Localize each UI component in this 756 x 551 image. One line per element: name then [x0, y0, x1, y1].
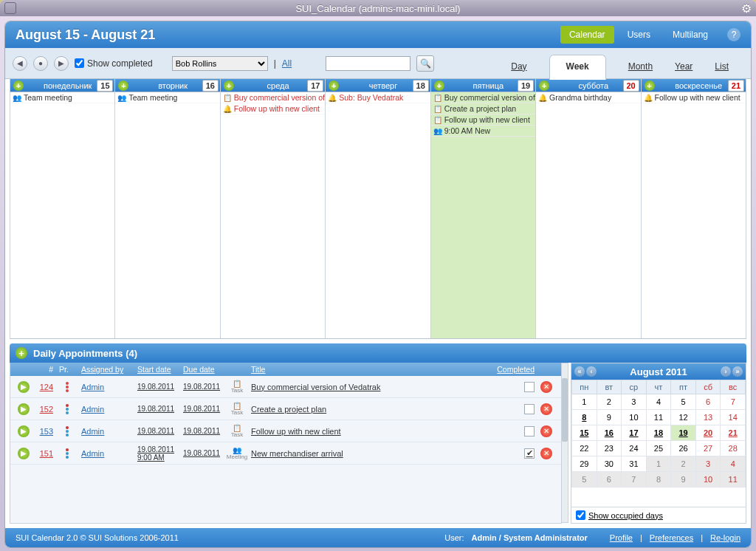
delete-row-button[interactable]: ✕ — [540, 381, 552, 393]
minical-day[interactable]: 18 — [646, 425, 671, 441]
minical-day[interactable]: 9 — [597, 410, 622, 425]
assigned-by-link[interactable]: Admin — [81, 383, 104, 391]
minical-day[interactable]: 9 — [671, 472, 696, 487]
nav-prev-button[interactable]: ◀ — [13, 56, 27, 71]
day-body[interactable]: 👥Team meeting — [10, 92, 114, 338]
assigned-by-link[interactable]: Admin — [81, 405, 104, 414]
search-input[interactable] — [326, 56, 410, 71]
minical-day[interactable]: 10 — [695, 472, 721, 487]
minical-next-month[interactable]: › — [721, 366, 731, 377]
view-day[interactable]: Day — [511, 61, 526, 79]
minical-day[interactable]: 6 — [695, 394, 721, 410]
user-select[interactable]: Bob Rollins — [172, 56, 268, 71]
completed-checkbox[interactable] — [524, 382, 535, 392]
day-number[interactable]: 21 — [728, 80, 744, 92]
open-row-button[interactable]: ▶ — [18, 403, 30, 415]
completed-checkbox[interactable] — [524, 404, 535, 414]
gear-icon[interactable]: ⚙ — [741, 1, 752, 16]
calendar-event[interactable]: 👥Team meeting — [115, 92, 219, 103]
minical-day[interactable]: 30 — [597, 456, 622, 472]
completed-checkbox[interactable]: ✔ — [524, 448, 535, 459]
view-week[interactable]: Week — [549, 55, 606, 80]
calendar-event[interactable]: 📋Follow up with new client — [431, 114, 535, 126]
show-occupied-checkbox[interactable]: Show occupied days — [571, 507, 746, 523]
day-body[interactable]: 👥Team meeting — [115, 92, 219, 338]
tab-users[interactable]: Users — [619, 26, 659, 44]
delete-row-button[interactable]: ✕ — [540, 425, 552, 437]
minical-day[interactable]: 21 — [721, 425, 746, 441]
add-event-button[interactable]: + — [645, 81, 655, 91]
row-number-link[interactable]: 124 — [40, 383, 53, 391]
minical-day[interactable]: 13 — [695, 410, 721, 425]
minical-day[interactable]: 11 — [721, 472, 746, 487]
open-row-button[interactable]: ▶ — [18, 448, 30, 459]
view-list[interactable]: List — [715, 61, 729, 79]
minical-day[interactable]: 16 — [597, 425, 622, 441]
row-number-link[interactable]: 152 — [40, 405, 53, 414]
footer-preferences-link[interactable]: Preferences — [650, 533, 693, 542]
help-icon[interactable]: ? — [727, 28, 740, 41]
add-appointment-button[interactable]: + — [16, 347, 27, 359]
nav-today-button[interactable]: ● — [33, 56, 48, 71]
minical-day[interactable]: 3 — [695, 456, 721, 472]
minical-day[interactable]: 2 — [597, 394, 622, 410]
appointment-row[interactable]: ▶ 124 Admin 19.08.2011 19.08.2011 📋Task … — [10, 376, 561, 398]
day-body[interactable]: 🔔Sub: Buy Vedatrak — [326, 92, 430, 338]
minical-day[interactable]: 3 — [622, 394, 647, 410]
minical-day[interactable]: 4 — [646, 394, 671, 410]
open-row-button[interactable]: ▶ — [18, 381, 30, 393]
show-completed-checkbox[interactable]: Show completed — [75, 58, 153, 69]
minical-day[interactable]: 28 — [721, 441, 746, 456]
minical-prev-year[interactable]: « — [574, 366, 585, 377]
scrollbar[interactable] — [561, 363, 568, 523]
minical-day[interactable]: 5 — [572, 472, 597, 487]
view-year[interactable]: Year — [675, 61, 693, 79]
minical-day[interactable]: 8 — [572, 410, 597, 425]
completed-checkbox[interactable] — [524, 426, 535, 437]
minical-day[interactable]: 19 — [671, 425, 696, 441]
appointment-row[interactable]: ▶ 152 Admin 19.08.2011 19.08.2011 📋Task … — [10, 398, 561, 420]
minical-day[interactable]: 26 — [671, 441, 696, 456]
minical-day[interactable]: 12 — [671, 410, 696, 425]
minical-day[interactable]: 2 — [671, 456, 696, 472]
minical-day[interactable]: 15 — [572, 425, 597, 441]
all-users-link[interactable]: All — [282, 58, 292, 69]
calendar-event[interactable]: 📋Buy commercial version of — [221, 92, 325, 103]
day-body[interactable]: 📋Buy commercial version of🔔Follow up wit… — [221, 92, 325, 338]
minical-day[interactable]: 1 — [646, 456, 671, 472]
tab-multilang[interactable]: Multilang — [664, 26, 717, 44]
minical-day[interactable]: 27 — [695, 441, 721, 456]
minical-day[interactable]: 24 — [622, 441, 647, 456]
day-number[interactable]: 20 — [623, 80, 639, 92]
add-event-button[interactable]: + — [329, 81, 339, 91]
minical-day[interactable]: 20 — [695, 425, 721, 441]
add-event-button[interactable]: + — [539, 81, 549, 91]
calendar-event[interactable]: 📋Create a project plan — [431, 103, 535, 114]
row-number-link[interactable]: 153 — [40, 427, 53, 436]
minical-day[interactable]: 10 — [622, 410, 647, 425]
calendar-event[interactable]: 🔔Follow up with new client — [221, 103, 325, 114]
delete-row-button[interactable]: ✕ — [540, 403, 552, 415]
day-number[interactable]: 16 — [202, 80, 219, 92]
minical-day[interactable]: 7 — [721, 394, 746, 410]
minical-day[interactable]: 7 — [622, 472, 647, 487]
day-number[interactable]: 19 — [518, 80, 534, 92]
add-event-button[interactable]: + — [13, 81, 24, 91]
minical-day[interactable]: 22 — [572, 441, 597, 456]
minical-day[interactable]: 8 — [646, 472, 671, 487]
tab-calendar[interactable]: Calendar — [560, 26, 614, 44]
row-number-link[interactable]: 151 — [40, 449, 53, 458]
view-month[interactable]: Month — [628, 61, 653, 79]
minical-day[interactable]: 1 — [572, 394, 597, 410]
minical-day[interactable]: 29 — [572, 456, 597, 472]
minical-day[interactable]: 23 — [597, 441, 622, 456]
minical-day[interactable]: 5 — [671, 394, 696, 410]
footer-relogin-link[interactable]: Re-login — [710, 533, 740, 542]
assigned-by-link[interactable]: Admin — [81, 449, 104, 458]
day-number[interactable]: 18 — [413, 80, 429, 92]
calendar-event[interactable]: 🔔Follow up with new client — [642, 92, 746, 103]
nav-next-button[interactable]: ▶ — [54, 56, 69, 71]
minical-day[interactable]: 11 — [646, 410, 671, 425]
window-control-icon[interactable] — [4, 2, 16, 14]
minical-day[interactable]: 17 — [622, 425, 647, 441]
